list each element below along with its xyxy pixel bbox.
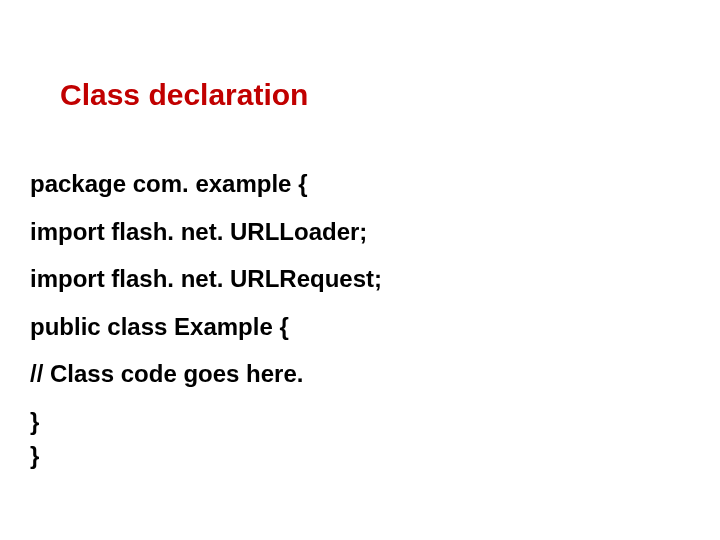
code-line-import-urlloader: import flash. net. URLLoader; bbox=[30, 218, 680, 246]
code-line-class-decl: public class Example { bbox=[30, 313, 680, 341]
code-line-import-urlrequest: import flash. net. URLRequest; bbox=[30, 265, 680, 293]
code-line-comment: // Class code goes here. bbox=[30, 360, 680, 388]
code-line-package: package com. example { bbox=[30, 170, 680, 198]
code-line-close-brace-2: } bbox=[30, 442, 680, 470]
slide-body: package com. example { import flash. net… bbox=[30, 170, 680, 475]
slide: Class declaration package com. example {… bbox=[0, 0, 720, 540]
slide-title: Class declaration bbox=[60, 78, 308, 112]
code-line-close-brace-1: } bbox=[30, 408, 680, 436]
